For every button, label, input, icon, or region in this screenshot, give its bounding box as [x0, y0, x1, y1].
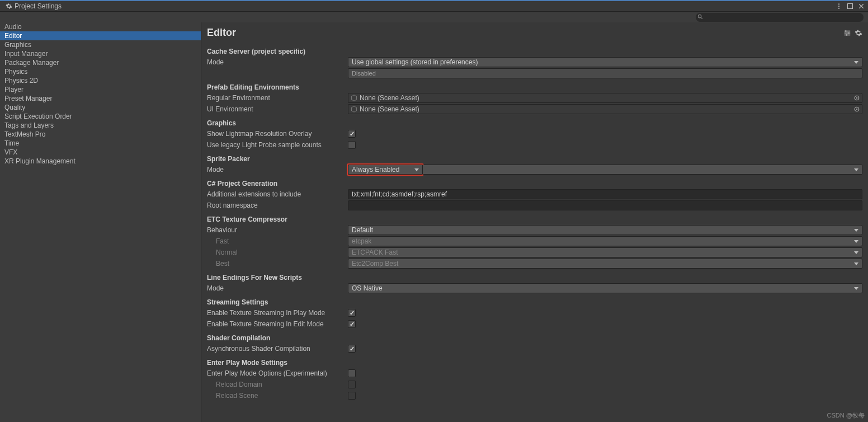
sidebar-item-package-manager[interactable]: Package Manager — [0, 58, 201, 67]
csproj-heading: C# Project Generation — [207, 180, 862, 187]
sidebar-item-audio[interactable]: Audio — [0, 22, 201, 31]
legacy-probe-label: Use legacy Light Probe sample counts — [207, 141, 348, 149]
async-shader-checkbox[interactable] — [348, 345, 356, 353]
reload-scene-label: Reload Scene — [207, 392, 348, 400]
streaming-heading: Streaming Settings — [207, 298, 862, 306]
sprite-mode-dropdown[interactable]: Always Enabled — [348, 165, 423, 175]
sidebar-item-time[interactable]: Time — [0, 139, 201, 148]
graphics-heading: Graphics — [207, 119, 862, 127]
sidebar-item-xr-plugin-management[interactable]: XR Plugin Management — [0, 157, 201, 166]
sidebar-item-editor[interactable]: Editor — [0, 31, 201, 40]
watermark: CSDN @牧每 — [827, 411, 865, 420]
cache-mode-dropdown[interactable]: Use global settings (stored in preferenc… — [348, 57, 862, 67]
async-shader-label: Asynchronous Shader Compilation — [207, 345, 348, 353]
search-input[interactable] — [696, 13, 864, 22]
sprite-mode-label: Mode — [207, 166, 348, 174]
svg-point-11 — [856, 109, 857, 110]
unity-icon — [351, 106, 357, 112]
sidebar-item-tags-and-layers[interactable]: Tags and Layers — [0, 121, 201, 130]
sprite-mode-dropdown-ext[interactable] — [423, 165, 862, 175]
best-label: Best — [207, 260, 348, 268]
stream-play-checkbox[interactable] — [348, 309, 356, 317]
playmode-options-label: Enter Play Mode Options (Experimental) — [207, 369, 348, 377]
etc-heading: ETC Texture Compressor — [207, 215, 862, 223]
stream-play-label: Enable Texture Streaming In Play Mode — [207, 309, 348, 317]
prefab-heading: Prefab Editing Environments — [207, 83, 862, 91]
gear-icon — [6, 3, 12, 10]
maximize-icon[interactable] — [847, 3, 853, 10]
sidebar-item-vfx[interactable]: VFX — [0, 148, 201, 157]
lineendings-heading: Line Endings For New Scripts — [207, 274, 862, 282]
svg-point-4 — [698, 15, 701, 18]
sidebar-item-physics-2d[interactable]: Physics 2D — [0, 76, 201, 85]
ext-label: Additional extensions to include — [207, 190, 348, 198]
sidebar-item-input-manager[interactable]: Input Manager — [0, 49, 201, 58]
cache-status: Disabled — [348, 68, 862, 78]
stream-edit-label: Enable Texture Streaming In Edit Mode — [207, 320, 348, 328]
playmode-heading: Enter Play Mode Settings — [207, 359, 862, 367]
reload-domain-checkbox — [348, 381, 356, 388]
sidebar-item-physics[interactable]: Physics — [0, 67, 201, 76]
window-tab[interactable]: Project Settings — [0, 1, 67, 11]
search-icon — [697, 14, 704, 20]
lightmap-label: Show Lightmap Resolution Overlay — [207, 130, 348, 138]
sidebar-item-quality[interactable]: Quality — [0, 103, 201, 112]
cache-server-heading: Cache Server (project specific) — [207, 48, 862, 55]
svg-rect-7 — [846, 34, 847, 36]
search-bar — [0, 11, 868, 22]
reload-domain-label: Reload Domain — [207, 381, 348, 388]
legacy-probe-checkbox[interactable] — [348, 141, 356, 149]
unity-icon — [351, 95, 357, 101]
ext-input[interactable] — [348, 189, 862, 199]
sidebar-item-graphics[interactable]: Graphics — [0, 40, 201, 49]
regular-env-field[interactable]: None (Scene Asset) — [348, 93, 862, 103]
sliders-icon[interactable] — [843, 29, 851, 37]
ui-env-field[interactable]: None (Scene Asset) — [348, 104, 862, 114]
behaviour-dropdown[interactable]: Default — [348, 225, 862, 235]
ns-input[interactable] — [348, 200, 862, 210]
sidebar-item-script-execution-order[interactable]: Script Execution Order — [0, 112, 201, 121]
stream-edit-checkbox[interactable] — [348, 320, 356, 328]
shader-heading: Shader Compilation — [207, 334, 862, 342]
sprite-heading: Sprite Packer — [207, 155, 862, 163]
titlebar: Project Settings — [0, 0, 868, 11]
svg-point-1 — [838, 6, 839, 7]
normal-dropdown[interactable]: ETCPACK Fast — [348, 247, 862, 257]
lightmap-checkbox[interactable] — [348, 130, 356, 138]
lineendings-mode-label: Mode — [207, 284, 348, 292]
svg-rect-6 — [848, 32, 850, 34]
svg-rect-3 — [848, 4, 853, 9]
svg-point-9 — [856, 97, 857, 99]
close-icon[interactable] — [858, 3, 865, 10]
ui-env-label: UI Environment — [207, 105, 348, 113]
window-title: Project Settings — [15, 2, 62, 10]
sidebar-item-textmesh-pro[interactable]: TextMesh Pro — [0, 130, 201, 139]
object-picker-icon[interactable] — [853, 95, 860, 101]
reload-scene-checkbox — [348, 392, 356, 400]
ns-label: Root namespace — [207, 201, 348, 209]
normal-label: Normal — [207, 248, 348, 256]
svg-point-2 — [838, 8, 839, 9]
settings-gear-icon[interactable] — [855, 29, 862, 37]
behaviour-label: Behaviour — [207, 226, 348, 234]
best-dropdown[interactable]: Etc2Comp Best — [348, 259, 862, 269]
menu-icon[interactable] — [836, 3, 842, 10]
regular-env-label: Regular Environment — [207, 94, 348, 102]
fast-dropdown[interactable]: etcpak — [348, 236, 862, 246]
sidebar-item-player[interactable]: Player — [0, 85, 201, 94]
fast-label: Fast — [207, 237, 348, 245]
page-title: Editor — [207, 27, 843, 39]
svg-rect-5 — [846, 30, 847, 32]
object-picker-icon[interactable] — [853, 106, 860, 112]
sidebar-item-preset-manager[interactable]: Preset Manager — [0, 94, 201, 103]
svg-point-0 — [838, 3, 839, 4]
playmode-options-checkbox[interactable] — [348, 369, 356, 377]
cache-mode-label: Mode — [207, 58, 348, 66]
content-panel: Editor Cache Server (project specific) M… — [201, 22, 868, 422]
sidebar: AudioEditorGraphicsInput ManagerPackage … — [0, 22, 201, 422]
lineendings-dropdown[interactable]: OS Native — [348, 283, 862, 293]
